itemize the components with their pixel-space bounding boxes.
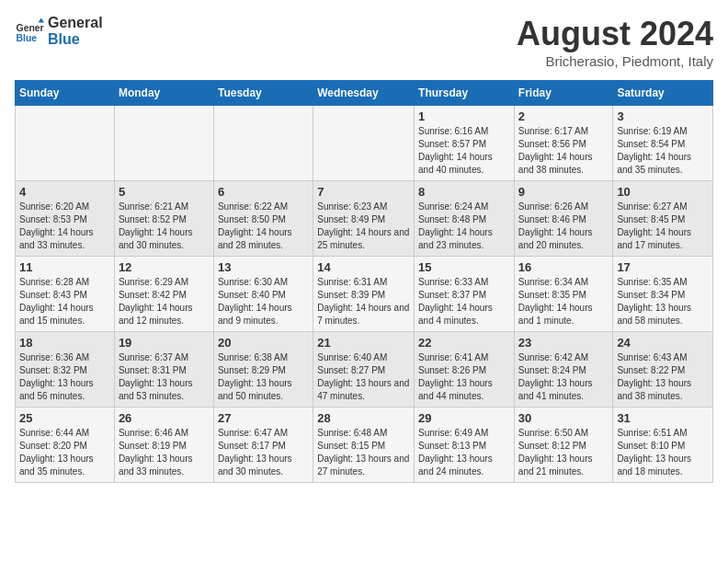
day-info: Sunrise: 6:49 AM Sunset: 8:13 PM Dayligh… [418,427,510,478]
day-number: 11 [19,260,110,274]
day-number: 4 [19,185,110,199]
calendar-cell: 3Sunrise: 6:19 AM Sunset: 8:54 PM Daylig… [613,106,713,181]
calendar-cell: 16Sunrise: 6:34 AM Sunset: 8:35 PM Dayli… [514,257,613,332]
day-info: Sunrise: 6:42 AM Sunset: 8:24 PM Dayligh… [518,351,609,403]
calendar-cell: 14Sunrise: 6:31 AM Sunset: 8:39 PM Dayli… [313,257,415,332]
calendar-cell: 9Sunrise: 6:26 AM Sunset: 8:46 PM Daylig… [514,181,613,257]
calendar-cell: 6Sunrise: 6:22 AM Sunset: 8:50 PM Daylig… [213,181,313,257]
day-number: 20 [218,336,309,350]
calendar-cell: 4Sunrise: 6:20 AM Sunset: 8:53 PM Daylig… [16,181,115,257]
day-info: Sunrise: 6:30 AM Sunset: 8:40 PM Dayligh… [218,276,309,327]
day-info: Sunrise: 6:37 AM Sunset: 8:31 PM Dayligh… [119,351,210,403]
day-number: 5 [119,185,210,199]
calendar-cell: 26Sunrise: 6:46 AM Sunset: 8:19 PM Dayli… [114,408,213,483]
day-number: 14 [317,260,410,274]
calendar-cell: 12Sunrise: 6:29 AM Sunset: 8:42 PM Dayli… [114,257,213,332]
day-number: 19 [119,336,210,350]
day-number: 29 [418,411,510,425]
calendar-cell: 31Sunrise: 6:51 AM Sunset: 8:10 PM Dayli… [613,408,713,483]
day-info: Sunrise: 6:41 AM Sunset: 8:26 PM Dayligh… [418,351,510,403]
day-number: 3 [617,109,709,123]
weekday-header-friday: Friday [514,81,613,106]
calendar-cell: 1Sunrise: 6:16 AM Sunset: 8:57 PM Daylig… [415,106,515,181]
calendar-cell [213,106,313,181]
day-number: 21 [317,336,410,350]
day-number: 12 [119,260,210,274]
calendar-cell [16,106,115,181]
day-info: Sunrise: 6:35 AM Sunset: 8:34 PM Dayligh… [617,276,709,327]
day-number: 30 [518,411,609,425]
calendar-cell: 20Sunrise: 6:38 AM Sunset: 8:29 PM Dayli… [213,332,313,408]
day-info: Sunrise: 6:19 AM Sunset: 8:54 PM Dayligh… [617,125,709,177]
weekday-header-wednesday: Wednesday [313,81,415,106]
day-number: 9 [518,185,609,199]
calendar-cell: 21Sunrise: 6:40 AM Sunset: 8:27 PM Dayli… [313,332,415,408]
weekday-header-thursday: Thursday [415,81,515,106]
day-info: Sunrise: 6:23 AM Sunset: 8:49 PM Dayligh… [317,201,410,252]
day-info: Sunrise: 6:27 AM Sunset: 8:45 PM Dayligh… [617,201,709,252]
day-info: Sunrise: 6:20 AM Sunset: 8:53 PM Dayligh… [19,201,110,252]
calendar-cell: 15Sunrise: 6:33 AM Sunset: 8:37 PM Dayli… [415,257,515,332]
day-number: 22 [418,336,510,350]
logo-line2: Blue [48,31,103,48]
day-info: Sunrise: 6:40 AM Sunset: 8:27 PM Dayligh… [317,351,410,403]
svg-text:Blue: Blue [17,33,38,43]
calendar-cell: 28Sunrise: 6:48 AM Sunset: 8:15 PM Dayli… [313,408,415,483]
calendar-cell: 2Sunrise: 6:17 AM Sunset: 8:56 PM Daylig… [514,106,613,181]
calendar-cell: 8Sunrise: 6:24 AM Sunset: 8:48 PM Daylig… [415,181,515,257]
day-info: Sunrise: 6:22 AM Sunset: 8:50 PM Dayligh… [218,201,309,252]
calendar-cell: 27Sunrise: 6:47 AM Sunset: 8:17 PM Dayli… [213,408,313,483]
svg-text:General: General [17,23,44,33]
day-number: 13 [218,260,309,274]
day-number: 2 [518,109,609,123]
weekday-header-monday: Monday [114,81,213,106]
page-header: General Blue General Blue August 2024 Br… [15,15,713,69]
calendar-cell: 17Sunrise: 6:35 AM Sunset: 8:34 PM Dayli… [613,257,713,332]
day-info: Sunrise: 6:43 AM Sunset: 8:22 PM Dayligh… [617,351,709,403]
weekday-header-tuesday: Tuesday [213,81,313,106]
day-number: 10 [617,185,709,199]
day-number: 6 [218,185,309,199]
calendar-cell: 25Sunrise: 6:44 AM Sunset: 8:20 PM Dayli… [16,408,115,483]
location: Bricherasio, Piedmont, Italy [517,53,713,69]
day-info: Sunrise: 6:29 AM Sunset: 8:42 PM Dayligh… [119,276,210,327]
day-info: Sunrise: 6:51 AM Sunset: 8:10 PM Dayligh… [617,427,709,478]
calendar-cell: 23Sunrise: 6:42 AM Sunset: 8:24 PM Dayli… [514,332,613,408]
day-number: 26 [119,411,210,425]
calendar-cell: 10Sunrise: 6:27 AM Sunset: 8:45 PM Dayli… [613,181,713,257]
day-info: Sunrise: 6:38 AM Sunset: 8:29 PM Dayligh… [218,351,309,403]
logo-icon: General Blue [15,17,44,46]
calendar-cell: 22Sunrise: 6:41 AM Sunset: 8:26 PM Dayli… [415,332,515,408]
day-info: Sunrise: 6:46 AM Sunset: 8:19 PM Dayligh… [119,427,210,478]
calendar-cell: 30Sunrise: 6:50 AM Sunset: 8:12 PM Dayli… [514,408,613,483]
day-info: Sunrise: 6:24 AM Sunset: 8:48 PM Dayligh… [418,201,510,252]
day-number: 25 [19,411,110,425]
day-number: 17 [617,260,709,274]
day-info: Sunrise: 6:36 AM Sunset: 8:32 PM Dayligh… [19,351,110,403]
calendar-table: SundayMondayTuesdayWednesdayThursdayFrid… [15,80,713,483]
calendar-cell: 19Sunrise: 6:37 AM Sunset: 8:31 PM Dayli… [114,332,213,408]
day-info: Sunrise: 6:31 AM Sunset: 8:39 PM Dayligh… [317,276,410,327]
calendar-cell: 29Sunrise: 6:49 AM Sunset: 8:13 PM Dayli… [415,408,515,483]
logo: General Blue General Blue [15,15,103,47]
day-number: 24 [617,336,709,350]
month-title: August 2024 [517,15,713,53]
weekday-header-sunday: Sunday [16,81,115,106]
calendar-cell: 5Sunrise: 6:21 AM Sunset: 8:52 PM Daylig… [114,181,213,257]
day-number: 27 [218,411,309,425]
day-info: Sunrise: 6:48 AM Sunset: 8:15 PM Dayligh… [317,427,410,478]
day-info: Sunrise: 6:17 AM Sunset: 8:56 PM Dayligh… [518,125,609,177]
day-number: 1 [418,109,510,123]
day-number: 8 [418,185,510,199]
day-info: Sunrise: 6:21 AM Sunset: 8:52 PM Dayligh… [119,201,210,252]
weekday-header-saturday: Saturday [613,81,713,106]
day-info: Sunrise: 6:34 AM Sunset: 8:35 PM Dayligh… [518,276,609,327]
calendar-cell: 18Sunrise: 6:36 AM Sunset: 8:32 PM Dayli… [16,332,115,408]
title-block: August 2024 Bricherasio, Piedmont, Italy [517,15,713,69]
day-number: 23 [518,336,609,350]
day-number: 18 [19,336,110,350]
day-number: 28 [317,411,410,425]
logo-line1: General [48,15,103,31]
day-number: 31 [617,411,709,425]
day-info: Sunrise: 6:50 AM Sunset: 8:12 PM Dayligh… [518,427,609,478]
